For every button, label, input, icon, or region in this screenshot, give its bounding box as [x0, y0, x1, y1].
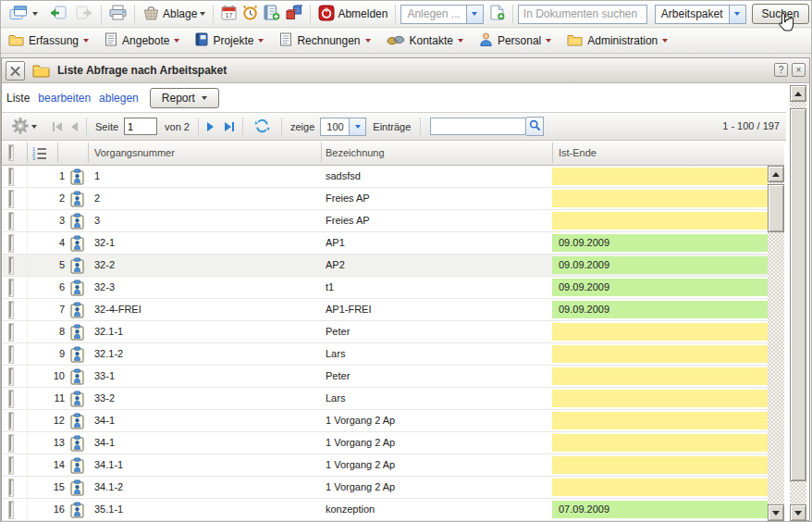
- help-button[interactable]: ?: [774, 63, 788, 77]
- row-vorgangsnummer[interactable]: 32-1: [94, 232, 320, 254]
- window-scrollbar[interactable]: [790, 85, 806, 521]
- new-document-button[interactable]: [487, 3, 508, 25]
- row-vorgangsnummer[interactable]: 35.1-1: [94, 499, 320, 520]
- select-all-checkbox[interactable]: [9, 145, 13, 160]
- row-vorgangsnummer[interactable]: 34.1-1: [94, 454, 320, 476]
- settings-button[interactable]: [9, 116, 40, 138]
- document-search-input[interactable]: [518, 5, 647, 24]
- menu-kontakte[interactable]: Kontakte: [387, 33, 463, 49]
- scroll-up-button[interactable]: [790, 85, 806, 102]
- person-badge-icon[interactable]: [70, 213, 84, 232]
- window-scrollbar-thumb[interactable]: [790, 108, 806, 481]
- row-bezeichnung[interactable]: sadsfsd: [326, 166, 547, 187]
- ablage-menu-button[interactable]: Ablage: [140, 4, 208, 25]
- person-badge-icon[interactable]: [70, 257, 84, 277]
- page-size-arrow[interactable]: [349, 118, 365, 135]
- row-bezeichnung[interactable]: AP1-FREI: [326, 299, 547, 320]
- row-vorgangsnummer[interactable]: 32.1-2: [94, 343, 320, 365]
- bearbeiten-link[interactable]: bearbeiten: [38, 92, 91, 105]
- row-vorgangsnummer[interactable]: 32-4-FREI: [94, 299, 320, 320]
- table-filter-input[interactable]: [430, 118, 526, 135]
- row-checkbox[interactable]: [9, 168, 13, 185]
- table-row[interactable]: 6 32-3 t1 09.09.2009: [2, 277, 784, 299]
- notebook-add-button[interactable]: [261, 3, 283, 25]
- row-checkbox[interactable]: [9, 257, 13, 274]
- row-bezeichnung[interactable]: t1: [326, 277, 547, 298]
- row-checkbox[interactable]: [9, 302, 13, 318]
- person-badge-icon[interactable]: [70, 479, 84, 499]
- table-row[interactable]: 7 32-4-FREI AP1-FREI 09.09.2009: [2, 299, 784, 321]
- row-bezeichnung[interactable]: Freies AP: [326, 188, 547, 209]
- table-row[interactable]: 3 3 Freies AP: [2, 210, 784, 232]
- row-checkbox[interactable]: [9, 235, 13, 252]
- person-badge-icon[interactable]: [70, 413, 84, 432]
- row-vorgangsnummer[interactable]: 32.1-1: [94, 321, 320, 342]
- row-checkbox[interactable]: [9, 213, 13, 230]
- row-bezeichnung[interactable]: Lars: [326, 388, 547, 409]
- scroll-down-button[interactable]: [790, 504, 806, 521]
- person-badge-icon[interactable]: [70, 280, 84, 299]
- row-bezeichnung[interactable]: AP1: [326, 232, 547, 254]
- table-row[interactable]: 10 33-1 Peter: [2, 366, 784, 388]
- person-badge-icon[interactable]: [70, 191, 84, 210]
- person-badge-icon[interactable]: [70, 457, 84, 477]
- first-page-button[interactable]: [53, 122, 62, 131]
- row-vorgangsnummer[interactable]: 32-2: [94, 255, 320, 276]
- column-header-bezeichnung[interactable]: Bezeichnung: [326, 147, 385, 158]
- table-row[interactable]: 8 32.1-1 Peter: [2, 321, 784, 343]
- row-vorgangsnummer[interactable]: 34.1-2: [94, 477, 320, 498]
- table-row[interactable]: 12 34-1 1 Vorgang 2 Ap: [2, 410, 784, 432]
- page-number-input[interactable]: [124, 118, 157, 135]
- abmelden-button[interactable]: Abmelden: [315, 3, 390, 26]
- row-checkbox[interactable]: [9, 368, 13, 385]
- menu-projekte[interactable]: Projekte: [195, 32, 264, 49]
- row-checkbox[interactable]: [9, 324, 13, 341]
- table-row[interactable]: 5 32-2 AP2 09.09.2009: [2, 255, 784, 277]
- person-badge-icon[interactable]: [70, 346, 84, 366]
- person-badge-icon[interactable]: [70, 168, 84, 188]
- person-badge-icon[interactable]: [70, 302, 84, 321]
- calendar-button[interactable]: 17: [218, 3, 240, 25]
- menu-erfassung[interactable]: Erfassung: [8, 33, 89, 49]
- row-vorgangsnummer[interactable]: 33-2: [94, 388, 320, 409]
- page-size-select[interactable]: 100: [320, 118, 366, 136]
- row-bezeichnung[interactable]: konzeption: [326, 499, 547, 520]
- anlegen-select[interactable]: Anlegen ...: [400, 5, 483, 24]
- person-badge-icon[interactable]: [70, 502, 84, 521]
- numbered-list-icon[interactable]: 123: [32, 146, 47, 162]
- row-checkbox[interactable]: [9, 346, 13, 363]
- row-bezeichnung[interactable]: Peter: [326, 321, 547, 342]
- menu-personal[interactable]: Personal: [479, 32, 551, 49]
- table-scrollbar[interactable]: [768, 166, 784, 521]
- menu-rechnungen[interactable]: Rechnungen: [279, 32, 370, 49]
- window-views-button[interactable]: [6, 4, 41, 25]
- person-badge-icon[interactable]: [70, 435, 84, 454]
- table-row[interactable]: 11 33-2 Lars: [2, 388, 784, 410]
- column-header-vorgangsnummer[interactable]: Vorgangsnummer: [94, 147, 175, 158]
- close-window-button[interactable]: [6, 61, 25, 81]
- row-bezeichnung[interactable]: Freies AP: [326, 210, 547, 231]
- table-row[interactable]: 9 32.1-2 Lars: [2, 343, 784, 366]
- table-row[interactable]: 16 35.1-1 konzeption 07.09.2009: [2, 499, 784, 521]
- filter-search-button[interactable]: [526, 117, 544, 136]
- table-row[interactable]: 2 2 Freies AP: [2, 188, 784, 210]
- row-vorgangsnummer[interactable]: 33-1: [94, 366, 320, 387]
- table-scrollbar-thumb[interactable]: [768, 184, 784, 232]
- row-bezeichnung[interactable]: 1 Vorgang 2 Ap: [326, 477, 547, 498]
- column-header-ist-ende[interactable]: Ist-Ende: [559, 147, 597, 158]
- person-badge-icon[interactable]: [70, 324, 84, 343]
- row-checkbox[interactable]: [9, 391, 13, 407]
- last-page-button[interactable]: [225, 122, 234, 131]
- row-bezeichnung[interactable]: 1 Vorgang 2 Ap: [326, 432, 547, 454]
- row-bezeichnung[interactable]: 1 Vorgang 2 Ap: [326, 454, 547, 476]
- row-checkbox[interactable]: [9, 191, 13, 207]
- row-vorgangsnummer[interactable]: 32-3: [94, 277, 320, 298]
- table-row[interactable]: 15 34.1-2 1 Vorgang 2 Ap: [2, 477, 784, 499]
- reminder-button[interactable]: [240, 3, 261, 25]
- row-vorgangsnummer[interactable]: 1: [94, 166, 320, 187]
- back-button[interactable]: [46, 4, 69, 25]
- search-scope-arrow[interactable]: [729, 6, 745, 23]
- person-badge-icon[interactable]: [70, 391, 84, 410]
- forward-button[interactable]: [73, 4, 96, 25]
- modules-button[interactable]: [283, 3, 305, 25]
